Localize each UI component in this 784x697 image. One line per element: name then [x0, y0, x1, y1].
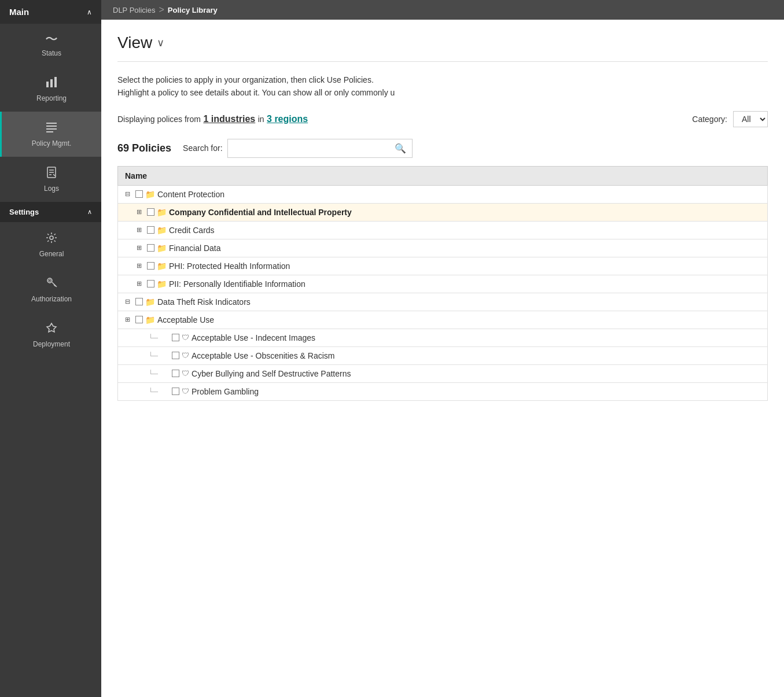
description-line2: Highlight a policy to see details about … — [117, 88, 395, 97]
sidebar-item-logs-label: Logs — [44, 185, 59, 193]
policy-mgmt-icon — [45, 121, 58, 136]
folder-icon: 📁 — [157, 226, 167, 235]
tree-cell: └─🛡Cyber Bullying and Self Destructive P… — [118, 364, 768, 382]
search-icon[interactable]: 🔍 — [389, 139, 412, 157]
table-row[interactable]: └─🛡Cyber Bullying and Self Destructive P… — [118, 364, 768, 382]
file-icon: 🛡 — [182, 369, 189, 378]
tree-cell: ⊞📁Financial Data — [118, 239, 768, 257]
file-icon: 🛡 — [182, 351, 189, 360]
tree-checkbox[interactable] — [147, 244, 154, 252]
sidebar-settings-header[interactable]: Settings ∧ — [0, 202, 101, 222]
table-row[interactable]: ⊞📁Acceptable Use — [118, 311, 768, 329]
sidebar: Main ∧ 〜 Status Reporting Policy Mgmt. — [0, 0, 101, 697]
file-icon: 🛡 — [182, 387, 189, 396]
main-content: DLP Policies > Policy Library View ∨ Sel… — [101, 0, 784, 697]
tree-expand-icon[interactable]: ⊞ — [137, 262, 145, 270]
tree-expand-icon[interactable]: ⊞ — [137, 208, 145, 216]
reporting-icon — [45, 76, 58, 91]
file-icon: 🛡 — [182, 333, 189, 342]
tree-expand-icon[interactable]: ⊟ — [125, 190, 133, 198]
table-row[interactable]: ⊞📁PII: Personally Identifiable Informati… — [118, 275, 768, 293]
category-select[interactable]: All — [733, 111, 768, 127]
divider — [117, 61, 768, 62]
tree-expand-icon[interactable]: ⊞ — [137, 244, 145, 252]
tree-item-label: Acceptable Use — [157, 315, 214, 324]
industries-mid: in — [258, 115, 264, 124]
table-row[interactable]: └─🛡Acceptable Use - Indecent Images — [118, 329, 768, 346]
breadcrumb-separator: > — [159, 5, 164, 15]
sidebar-settings-label: Settings — [9, 208, 39, 216]
sidebar-item-authorization-label: Authorization — [31, 295, 72, 303]
tree-checkbox[interactable] — [135, 190, 143, 198]
folder-icon: 📁 — [157, 244, 167, 253]
tree-expand-icon[interactable]: ⊟ — [125, 298, 133, 305]
table-row[interactable]: └─🛡Problem Gambling — [118, 382, 768, 400]
tree-item-label: Acceptable Use - Obscenities & Racism — [192, 351, 334, 360]
industries-filter[interactable]: 1 industries — [203, 114, 255, 124]
svg-marker-16 — [47, 323, 56, 332]
tree-checkbox[interactable] — [147, 280, 154, 287]
sidebar-settings-chevron: ∧ — [87, 208, 92, 216]
tree-checkbox[interactable] — [172, 370, 179, 377]
tree-checkbox[interactable] — [147, 262, 154, 270]
tree-checkbox[interactable] — [172, 388, 179, 395]
tree-cell: ⊟📁Content Protection — [118, 185, 768, 203]
tree-cell: ⊞📁Acceptable Use — [118, 311, 768, 329]
tree-expand-icon[interactable]: ⊞ — [137, 226, 145, 234]
breadcrumb-current: Policy Library — [168, 6, 218, 14]
tree-item-label: Credit Cards — [169, 226, 215, 235]
view-header: View ∨ — [117, 34, 768, 52]
sidebar-item-reporting[interactable]: Reporting — [0, 67, 101, 112]
tree-checkbox[interactable] — [135, 316, 143, 323]
description-line1: Select the policies to apply in your org… — [117, 75, 374, 84]
table-row[interactable]: ⊞📁Financial Data — [118, 239, 768, 257]
tree-cell: └─🛡Acceptable Use - Obscenities & Racism — [118, 346, 768, 364]
sidebar-item-policy-mgmt[interactable]: Policy Mgmt. — [0, 112, 101, 157]
breadcrumb-parent: DLP Policies — [113, 6, 155, 14]
search-input[interactable] — [228, 140, 389, 156]
tree-checkbox[interactable] — [147, 208, 154, 216]
search-container: 🔍 — [227, 139, 413, 158]
logs-icon — [45, 166, 58, 181]
category-label: Category: — [692, 115, 727, 124]
authorization-icon — [45, 276, 58, 292]
tree-checkbox[interactable] — [147, 226, 154, 234]
tree-cell: └─🛡Acceptable Use - Indecent Images — [118, 329, 768, 346]
tree-item-label: Cyber Bullying and Self Destructive Patt… — [192, 369, 351, 378]
sidebar-item-authorization[interactable]: Authorization — [0, 267, 101, 312]
view-chevron[interactable]: ∨ — [157, 36, 164, 49]
tree-checkbox[interactable] — [172, 334, 179, 341]
table-row[interactable]: ⊞📁Credit Cards — [118, 221, 768, 239]
table-row[interactable]: ⊞📁Company Confidential and Intellectual … — [118, 203, 768, 221]
tree-expand-icon[interactable]: ⊞ — [125, 316, 133, 323]
tree-expand-icon[interactable]: ⊞ — [137, 280, 145, 287]
tree-checkbox[interactable] — [172, 352, 179, 359]
svg-rect-3 — [46, 123, 57, 124]
sidebar-item-status[interactable]: 〜 Status — [0, 24, 101, 67]
tree-cell: ⊟📁Data Theft Risk Indicators — [118, 293, 768, 311]
svg-rect-6 — [46, 131, 53, 132]
tree-cell: └─🛡Problem Gambling — [118, 382, 768, 400]
tree-connector: └─ — [148, 370, 158, 378]
sidebar-item-status-label: Status — [42, 49, 61, 57]
svg-line-15 — [54, 285, 56, 286]
tree-connector: └─ — [148, 388, 158, 396]
sidebar-main-header[interactable]: Main ∧ — [0, 0, 101, 24]
table-row[interactable]: ⊞📁PHI: Protected Health Information — [118, 257, 768, 275]
sidebar-item-logs[interactable]: Logs — [0, 157, 101, 202]
folder-icon: 📁 — [145, 315, 155, 324]
table-row[interactable]: ⊟📁Content Protection — [118, 185, 768, 203]
regions-filter[interactable]: 3 regions — [267, 114, 308, 124]
sidebar-item-general[interactable]: General — [0, 222, 101, 267]
folder-icon: 📁 — [157, 279, 167, 289]
tree-item-label: Problem Gambling — [192, 387, 259, 396]
table-row[interactable]: └─🛡Acceptable Use - Obscenities & Racism — [118, 346, 768, 364]
page-content: View ∨ Select the policies to apply in y… — [101, 20, 784, 697]
svg-point-12 — [47, 278, 52, 283]
breadcrumb: DLP Policies > Policy Library — [101, 0, 784, 20]
folder-icon: 📁 — [157, 261, 167, 271]
table-row[interactable]: ⊟📁Data Theft Risk Indicators — [118, 293, 768, 311]
deployment-icon — [45, 322, 58, 337]
sidebar-item-deployment[interactable]: Deployment — [0, 312, 101, 357]
tree-checkbox[interactable] — [135, 298, 143, 305]
